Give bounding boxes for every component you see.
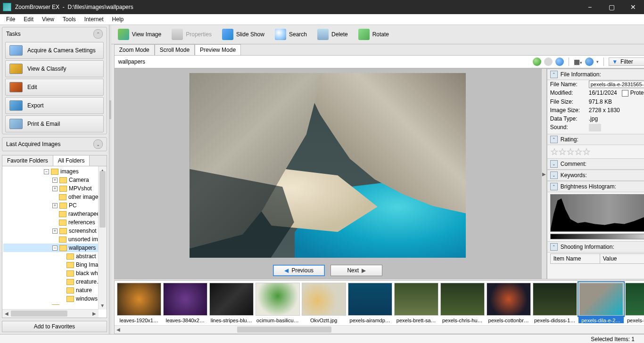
- slideshow-icon: [222, 29, 233, 40]
- menu-tools[interactable]: Tools: [58, 15, 80, 24]
- last-acquired-panel: Last Acquired Images⌄: [2, 137, 107, 151]
- filename-field[interactable]: pexels-dila-e-2831565-27198641: [589, 81, 644, 88]
- filmstrip-thumb[interactable]: OkvOztt.jpg: [301, 283, 347, 323]
- select-tool-icon[interactable]: ▦▾: [574, 58, 582, 65]
- image-preview: [115, 69, 541, 262]
- folder-icon: [9, 64, 23, 74]
- tree-node[interactable]: windows…: [3, 294, 106, 303]
- sidepane-toggle[interactable]: ▶: [541, 69, 547, 279]
- info-icon[interactable]: [585, 57, 594, 66]
- tree-hscroll[interactable]: ◀▶: [2, 309, 99, 318]
- slideshow-button[interactable]: Slide Show: [218, 28, 268, 41]
- tab-zoom-mode[interactable]: Zoom Mode: [114, 44, 155, 55]
- filmstrip-thumb[interactable]: pexels-brett-sa…: [394, 283, 439, 323]
- histogram-title: Brightness Histogram:: [561, 183, 616, 190]
- tab-scroll-mode[interactable]: Scroll Mode: [155, 44, 195, 55]
- tree-node[interactable]: references: [3, 218, 106, 227]
- expand-icon[interactable]: ⌄: [93, 139, 103, 149]
- add-to-favorites-button[interactable]: Add to Favorites: [2, 321, 107, 332]
- view-image-button[interactable]: View Image: [114, 28, 165, 41]
- selected-count: Selected Items: 1: [591, 336, 635, 343]
- rotate-button[interactable]: Rotate: [355, 28, 393, 41]
- menu-bar: File Edit View Tools Internet Help: [0, 14, 644, 25]
- collapse-icon[interactable]: ⌃: [93, 29, 103, 39]
- next-button[interactable]: Next▶: [330, 265, 382, 276]
- menu-edit[interactable]: Edit: [19, 15, 38, 24]
- task-edit[interactable]: Edit: [5, 79, 104, 96]
- previous-button[interactable]: ◀Previous: [273, 265, 325, 276]
- collapse-icon[interactable]: ⌃: [550, 71, 558, 78]
- close-button[interactable]: ✕: [622, 0, 644, 14]
- title-bar: ZoomBrowser EX - D:\files\images\wallpap…: [0, 0, 644, 14]
- shooting-info-columns: Item NameValue: [550, 253, 644, 264]
- tasks-panel: Tasks⌃ Acquire & Camera Settings View & …: [2, 27, 107, 134]
- tab-favorite-folders[interactable]: Favorite Folders: [2, 155, 53, 166]
- collapse-icon[interactable]: ⌃: [550, 136, 558, 143]
- rating-stars[interactable]: ☆☆☆☆☆: [547, 145, 644, 158]
- nav-forward-icon: [544, 57, 553, 66]
- filmstrip-thumb[interactable]: pexels-airamdp…: [347, 283, 393, 323]
- tree-node[interactable]: +screenshot: [3, 227, 106, 235]
- properties-button[interactable]: Properties: [168, 28, 215, 41]
- camera-icon: [9, 45, 23, 56]
- tree-node[interactable]: Bing Ima…: [3, 261, 106, 269]
- tree-vscroll[interactable]: ▲▼: [98, 166, 107, 310]
- tree-node[interactable]: black wh…: [3, 269, 106, 278]
- nav-back-icon[interactable]: [533, 57, 541, 66]
- tab-all-folders[interactable]: All Folders: [53, 155, 90, 166]
- filmstrip-thumb[interactable]: pexels-cottonbr…: [486, 283, 531, 323]
- filmstrip-thumb[interactable]: lines-stripes-blu…: [209, 283, 254, 323]
- collapse-icon[interactable]: ⌃: [550, 183, 558, 190]
- filmstrip-thumb[interactable]: pexels-didsss-1…: [532, 283, 578, 323]
- tree-node[interactable]: nature: [3, 286, 106, 294]
- expand-icon[interactable]: ⌄: [550, 172, 558, 179]
- tree-node[interactable]: abstract: [3, 252, 106, 261]
- tree-node[interactable]: other image…: [3, 193, 106, 201]
- filmstrip-thumb[interactable]: leaves-3840x2…: [163, 283, 208, 323]
- tree-node-images[interactable]: −images: [3, 167, 106, 176]
- delete-button[interactable]: Delete: [314, 28, 352, 41]
- filmstrip-thumb[interactable]: pexels-chris-hu…: [440, 283, 485, 323]
- status-bar: Selected Items: 1: [0, 334, 644, 343]
- tab-preview-mode[interactable]: Preview Mode: [195, 44, 241, 55]
- protect-checkbox[interactable]: [622, 90, 628, 97]
- tree-node[interactable]: rawtherapee…: [3, 210, 106, 218]
- search-icon: [275, 29, 286, 40]
- filter-button[interactable]: ▼Filter▾: [609, 57, 644, 66]
- tree-node[interactable]: +PC: [3, 201, 106, 210]
- menu-file[interactable]: File: [2, 15, 19, 24]
- folder-tabs: Favorite Folders All Folders: [2, 155, 107, 166]
- task-print-email[interactable]: Print & Email: [5, 115, 104, 132]
- brush-icon: [9, 82, 23, 92]
- filmstrip-thumb[interactable]: leaves-1920x1…: [116, 283, 162, 323]
- nav-up-icon[interactable]: [555, 57, 564, 66]
- toolbar: View Image Properties Slide Show Search …: [111, 25, 644, 44]
- task-export[interactable]: Export: [5, 97, 104, 114]
- tree-node[interactable]: +Camera: [3, 176, 106, 184]
- comment-title: Comment:: [561, 161, 586, 167]
- tree-node-wallpapers[interactable]: −wallpapers: [3, 244, 106, 252]
- filmstrip-thumb[interactable]: pexels-freestoc…: [625, 283, 644, 323]
- tree-node[interactable]: unsorted im…: [3, 235, 106, 244]
- task-acquire[interactable]: Acquire & Camera Settings: [5, 42, 104, 59]
- window-title: ZoomBrowser EX - D:\files\images\wallpap…: [15, 4, 133, 10]
- filmstrip-thumb[interactable]: pexels-dila-e-2…: [578, 283, 624, 323]
- menu-internet[interactable]: Internet: [80, 15, 108, 24]
- collapse-icon[interactable]: ⌃: [550, 243, 558, 251]
- tree-node[interactable]: +MPVshot: [3, 184, 106, 193]
- minimize-button[interactable]: −: [579, 0, 601, 14]
- task-view-classify[interactable]: View & Classify: [5, 60, 104, 77]
- trash-icon: [317, 29, 329, 40]
- file-info-title: File Information:: [561, 71, 601, 78]
- filmstrip-thumb[interactable]: ocimum-basilicu…: [255, 283, 300, 323]
- filmstrip-hscroll[interactable]: ◀▶: [115, 325, 644, 334]
- search-button[interactable]: Search: [271, 28, 311, 41]
- maximize-button[interactable]: ▢: [601, 0, 622, 14]
- keywords-title: Keywords:: [561, 172, 587, 179]
- menu-help[interactable]: Help: [108, 15, 128, 24]
- tasks-title: Tasks: [6, 31, 21, 37]
- tree-node[interactable]: creature…: [3, 278, 106, 286]
- menu-view[interactable]: View: [38, 15, 58, 24]
- expand-icon[interactable]: ⌄: [550, 160, 558, 168]
- tree-node-notes[interactable]: +notes: [3, 303, 106, 305]
